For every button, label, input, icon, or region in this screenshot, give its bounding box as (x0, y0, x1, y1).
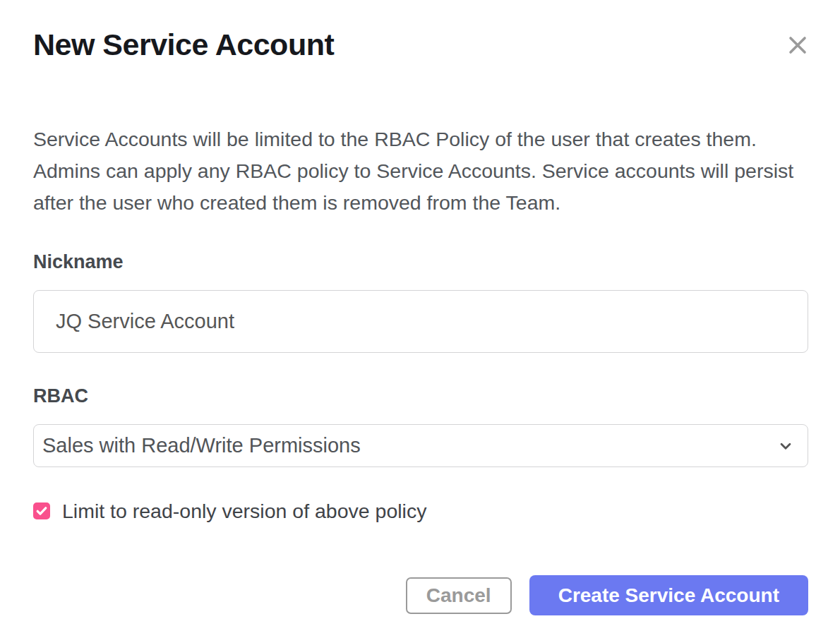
readonly-checkbox-row[interactable]: Limit to read-only version of above poli… (33, 500, 426, 522)
modal-title: New Service Account (33, 0, 808, 61)
cancel-button[interactable]: Cancel (406, 577, 512, 614)
rbac-label: RBAC (33, 385, 808, 407)
create-service-account-button[interactable]: Create Service Account (529, 575, 808, 615)
rbac-select-value: Sales with Read/Write Permissions (42, 434, 776, 457)
nickname-label: Nickname (33, 251, 808, 272)
checkmark-icon (35, 505, 48, 517)
close-icon (787, 35, 808, 56)
modal-description: Service Accounts will be limited to the … (33, 124, 808, 219)
nickname-input[interactable] (33, 290, 808, 353)
modal-footer: Cancel Create Service Account (406, 575, 808, 615)
readonly-checkbox[interactable] (33, 502, 50, 519)
rbac-select[interactable]: Sales with Read/Write Permissions (33, 424, 808, 467)
chevron-down-icon (776, 437, 795, 455)
new-service-account-modal: New Service Account Service Accounts wil… (0, 0, 840, 638)
close-button[interactable] (782, 31, 813, 59)
readonly-checkbox-label: Limit to read-only version of above poli… (62, 500, 426, 522)
